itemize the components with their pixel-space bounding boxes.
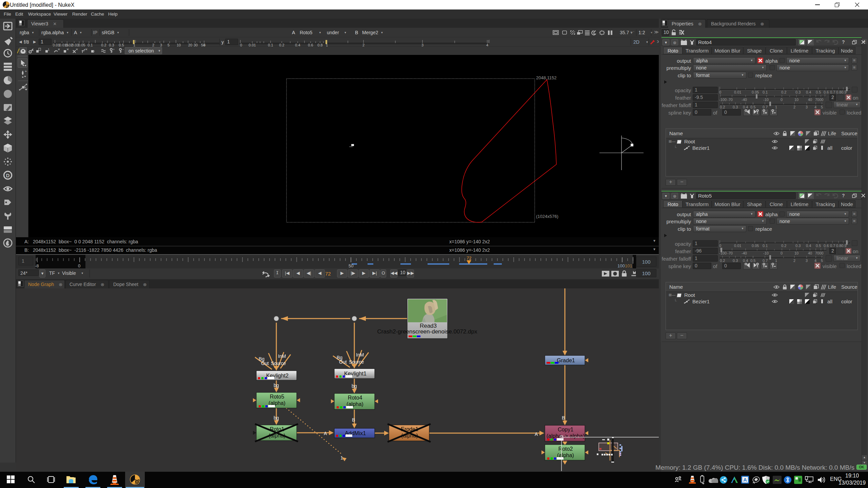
svg-text:✕: ✕ [76, 48, 78, 51]
svg-text:0.2: 0.2 [720, 259, 725, 263]
svg-text:0.3: 0.3 [733, 105, 738, 109]
svg-text:InM: InM [278, 353, 286, 359]
svg-text:2: 2 [793, 259, 795, 263]
svg-text:4: 4 [814, 105, 816, 109]
svg-text:A: A [743, 477, 747, 483]
svg-text:0.5: 0.5 [119, 43, 124, 46]
svg-text:0.80.9: 0.80.9 [836, 90, 847, 94]
svg-text:(alpha -> alpha): (alpha -> alpha) [547, 433, 585, 439]
svg-text:InM: InM [356, 352, 364, 358]
svg-text:1: 1 [48, 48, 50, 51]
svg-text:Copy1: Copy1 [558, 427, 573, 432]
svg-text:Roto2: Roto2 [558, 446, 573, 452]
svg-text:bg: bg [274, 415, 279, 421]
svg-text:3: 3 [806, 105, 808, 109]
svg-text:0.2: 0.2 [101, 43, 106, 46]
svg-text:bg: bg [352, 383, 357, 389]
svg-text:Roto5: Roto5 [270, 394, 284, 400]
svg-text:✕: ✕ [66, 48, 69, 51]
svg-text:3: 3 [421, 43, 423, 46]
svg-text:0: 0 [240, 43, 242, 46]
svg-text:Source: Source [271, 361, 286, 366]
svg-text:3: 3 [806, 259, 808, 263]
svg-text:Crash2-greenscreen-denoise.007: Crash2-greenscreen-denoise.0072.dpx [377, 328, 477, 335]
svg-text:4: 4 [486, 43, 488, 46]
svg-text:✕: ✕ [85, 48, 88, 51]
svg-text:101: 101 [625, 263, 632, 268]
svg-text:5: 5 [821, 105, 823, 109]
svg-text:Roto4: Roto4 [348, 395, 362, 401]
svg-text:0.01: 0.01 [249, 43, 256, 46]
svg-text:bg: bg [274, 383, 279, 388]
svg-text:0.80.9: 0.80.9 [836, 244, 847, 248]
svg-text:72: 72 [467, 256, 471, 261]
svg-text:B: B [352, 417, 355, 423]
svg-text:1: 1 [326, 43, 328, 46]
svg-text:4: 4 [203, 43, 205, 46]
svg-text:B: B [562, 415, 565, 421]
svg-text:5: 5 [821, 259, 823, 263]
svg-text:✕: ✕ [58, 48, 60, 51]
svg-text:2: 2 [152, 43, 154, 46]
svg-text:−: − [122, 48, 124, 51]
svg-text:0.05: 0.05 [78, 43, 85, 46]
svg-text:0.1: 0.1 [268, 43, 273, 46]
svg-text:D: D [6, 172, 10, 178]
svg-text:-8: -8 [35, 263, 39, 268]
svg-text:0.3: 0.3 [733, 259, 738, 263]
svg-text:0.7: 0.7 [830, 244, 835, 248]
svg-text:(1024x576): (1024x576) [536, 214, 558, 219]
svg-text:+: + [113, 48, 115, 51]
svg-text:50: 50 [349, 263, 353, 268]
svg-text:4: 4 [814, 259, 816, 263]
svg-text:Grade1: Grade1 [557, 358, 575, 363]
svg-text:0.6: 0.6 [308, 43, 313, 46]
svg-text:0.7: 0.7 [830, 90, 835, 94]
svg-text:Out: Out [339, 359, 347, 365]
svg-text:30: 30 [194, 43, 198, 46]
svg-text:1: 1 [133, 43, 135, 46]
svg-text:0.1: 0.1 [87, 43, 93, 46]
svg-text:+: + [25, 70, 27, 73]
svg-text:100: 100 [617, 263, 625, 268]
svg-text:0.3: 0.3 [109, 43, 114, 46]
svg-text:1: 1 [340, 455, 343, 461]
svg-text:2: 2 [793, 105, 795, 109]
svg-text:10: 10 [177, 43, 181, 46]
svg-text:0.2: 0.2 [279, 43, 284, 46]
svg-text:A: A [535, 431, 538, 437]
svg-text:20: 20 [188, 43, 192, 46]
svg-text:2: 2 [362, 43, 364, 46]
svg-text:0.4: 0.4 [295, 43, 300, 46]
svg-text:0: 0 [78, 263, 80, 268]
svg-text:3: 3 [160, 43, 162, 46]
svg-text:Out: Out [261, 361, 269, 366]
svg-text:0.8: 0.8 [317, 43, 322, 46]
svg-text:A: A [324, 431, 327, 436]
svg-text:Source: Source [349, 359, 364, 365]
svg-text:0.2: 0.2 [720, 105, 725, 109]
svg-text:5: 5 [167, 43, 170, 46]
svg-text:2048,1152: 2048,1152 [536, 75, 557, 80]
